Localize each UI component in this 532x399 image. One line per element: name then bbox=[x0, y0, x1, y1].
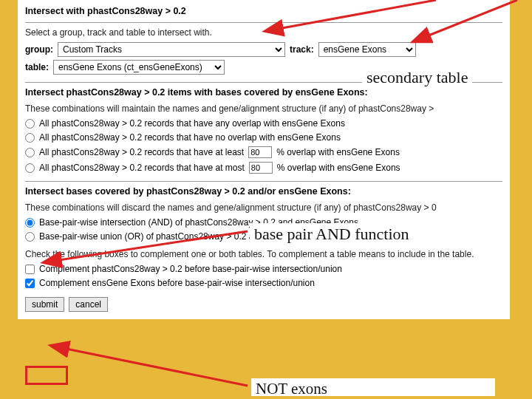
callout-not-exons: NOT exons bbox=[251, 378, 495, 396]
group-label: group: bbox=[25, 44, 53, 55]
overlap-atleast-label-b: % overlap with ensGene Exons bbox=[276, 147, 400, 157]
overlap-any-row: All phastCons28way > 0.2 records that ha… bbox=[25, 118, 502, 129]
instruction-select: Select a group, track and table to inter… bbox=[25, 27, 502, 38]
section3-instr: These combinations will discard the name… bbox=[25, 202, 502, 213]
callout-basepair-and: base pair AND function bbox=[250, 223, 414, 245]
section2-instr: These combinations will maintain the nam… bbox=[25, 103, 502, 114]
divider bbox=[25, 22, 502, 23]
overlap-any-radio[interactable] bbox=[25, 119, 35, 129]
overlap-none-row: All phastCons28way > 0.2 records that ha… bbox=[25, 132, 502, 143]
callout-secondary-table: secondary table bbox=[362, 66, 472, 89]
page-title: Intersect with phastCons28way > 0.2 bbox=[25, 6, 502, 16]
overlap-atmost-row: All phastCons28way > 0.2 records that ha… bbox=[25, 162, 502, 174]
complement-secondary-label: Complement ensGene Exons before base-pai… bbox=[39, 278, 315, 288]
overlap-atleast-row: All phastCons28way > 0.2 records that ha… bbox=[25, 146, 502, 158]
complement-primary-checkbox[interactable] bbox=[25, 265, 35, 274]
complement-secondary-row: Complement ensGene Exons before base-pai… bbox=[25, 278, 502, 288]
complement-primary-row: Complement phastCons28way > 0.2 before b… bbox=[25, 264, 502, 274]
overlap-atleast-radio[interactable] bbox=[25, 148, 35, 157]
button-row: submit cancel bbox=[25, 297, 502, 312]
group-select[interactable]: Custom Tracks bbox=[58, 42, 285, 57]
section3-title: Intersect bases covered by phastCons28wa… bbox=[25, 186, 502, 197]
overlap-any-label: All phastCons28way > 0.2 records that ha… bbox=[39, 118, 345, 129]
cancel-button[interactable]: cancel bbox=[69, 297, 108, 312]
overlap-atmost-label-b: % overlap with ensGene Exons bbox=[277, 163, 400, 173]
section2-title: Intersect phastCons28way > 0.2 items wit… bbox=[25, 87, 502, 98]
submit-button[interactable]: submit bbox=[25, 297, 64, 312]
row-group-track: group: Custom Tracks track: ensGene Exon… bbox=[25, 42, 502, 57]
bpwise-or-radio[interactable] bbox=[25, 232, 35, 242]
divider bbox=[25, 181, 502, 182]
complement-secondary-checkbox[interactable] bbox=[25, 279, 35, 288]
complement-primary-label: Complement phastCons28way > 0.2 before b… bbox=[39, 264, 342, 274]
bpwise-and-radio[interactable] bbox=[25, 218, 35, 228]
overlap-atleast-input[interactable] bbox=[248, 146, 272, 158]
table-select[interactable]: ensGene Exons (ct_ensGeneExons) bbox=[53, 60, 225, 75]
intersect-form: Intersect with phastCons28way > 0.2 Sele… bbox=[18, 0, 510, 319]
complement-note: Check the following boxes to complement … bbox=[25, 249, 502, 259]
overlap-atmost-radio[interactable] bbox=[25, 163, 35, 173]
svg-line-3 bbox=[52, 346, 248, 386]
overlap-atmost-input[interactable] bbox=[249, 162, 273, 174]
table-label: table: bbox=[25, 62, 49, 72]
overlap-atleast-label-a: All phastCons28way > 0.2 records that ha… bbox=[39, 147, 244, 157]
overlap-none-radio[interactable] bbox=[25, 133, 35, 143]
overlap-none-label: All phastCons28way > 0.2 records that ha… bbox=[39, 132, 341, 143]
overlap-atmost-label-a: All phastCons28way > 0.2 records that ha… bbox=[39, 163, 245, 173]
highlight-submit-box bbox=[25, 366, 68, 385]
track-select[interactable]: ensGene Exons bbox=[318, 42, 416, 57]
track-label: track: bbox=[290, 44, 314, 55]
